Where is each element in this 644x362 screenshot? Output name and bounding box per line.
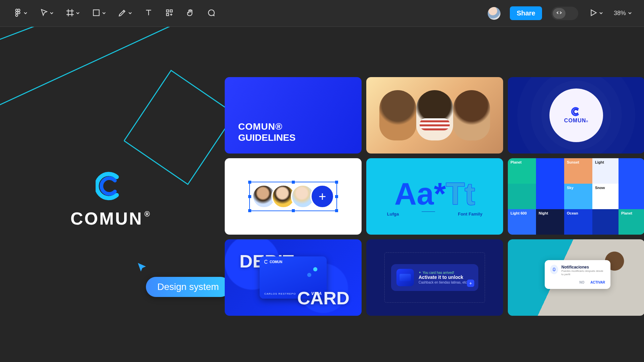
share-button[interactable]: Share	[510, 6, 542, 20]
notif-subtitle: Cashback en tiendas latinas, etc...	[419, 281, 473, 285]
notification-card: You card has arrived! Activate it to unl…	[391, 264, 478, 291]
artboard-logo-mark[interactable]: COMUN®	[508, 77, 644, 154]
chevron-down-icon	[102, 10, 106, 16]
comment-tool-button[interactable]	[205, 7, 217, 20]
guidelines-title: COMUN® GUIDELINES	[238, 121, 296, 143]
artboard-avatar-component[interactable]: +	[225, 158, 362, 235]
svg-line-10	[0, 27, 241, 114]
svg-point-1	[18, 9, 20, 11]
svg-point-4	[16, 14, 18, 16]
artboard-notification-dark[interactable]: You card has arrived! Activate it to unl…	[366, 239, 503, 316]
swatch-blue	[619, 158, 644, 209]
user-avatar[interactable]	[488, 7, 500, 20]
cursor-pointer-icon	[136, 269, 148, 275]
photo-person	[453, 90, 490, 140]
shape-tool-button[interactable]	[91, 7, 107, 20]
svg-rect-7	[170, 10, 172, 12]
swatch-navy	[592, 209, 619, 235]
text-tool-button[interactable]	[143, 7, 154, 20]
notif-plus-button: +	[467, 280, 474, 287]
add-avatar-button: +	[310, 184, 334, 208]
chevron-down-icon	[23, 10, 28, 16]
swatch-light600: Light 600	[508, 209, 536, 235]
brand-logo-frame[interactable]: COMUN®	[70, 171, 151, 229]
chevron-down-icon	[128, 10, 132, 16]
present-button[interactable]	[588, 7, 604, 20]
rectangle-icon	[92, 8, 101, 18]
pen-tool-button[interactable]	[117, 7, 133, 20]
svg-rect-5	[93, 10, 99, 15]
comment-icon	[207, 8, 215, 18]
swatch-blue	[536, 158, 564, 209]
swatch-teal	[508, 184, 536, 209]
dev-mode-toggle[interactable]	[551, 7, 578, 20]
modal-title: Notificaciones	[561, 265, 605, 269]
figma-menu-button[interactable]	[12, 7, 29, 20]
zoom-value: 38%	[614, 10, 626, 17]
chevron-down-icon	[628, 10, 632, 17]
swatch-light: Light	[592, 158, 619, 184]
top-toolbar: Share 38%	[0, 0, 644, 27]
hand-tool-button[interactable]	[184, 7, 196, 20]
logo-disc: COMUN®	[549, 88, 603, 142]
swatch-ocean: Ocean	[564, 209, 592, 235]
artboard-people-photo[interactable]	[366, 77, 503, 154]
bell-icon	[550, 265, 558, 274]
brand-wordmark: COMUN®	[70, 208, 151, 229]
modal-no-button: NO	[579, 281, 584, 284]
frame-icon	[66, 8, 74, 18]
type-caption: Lufga Font Family	[387, 212, 482, 217]
hand-icon	[186, 8, 195, 18]
text-icon	[144, 8, 153, 18]
frame-tool-button[interactable]	[64, 7, 81, 20]
swatch-snow: Snow	[592, 184, 619, 209]
move-tool-button[interactable]	[38, 7, 55, 20]
notif-banner: You card has arrived!	[419, 271, 473, 275]
selection-frame: +	[249, 182, 337, 211]
svg-line-9	[0, 27, 174, 47]
swatch-sunset: Sunset	[564, 158, 592, 184]
cursor-icon	[40, 8, 48, 18]
modal-subtitle: Puedes modificarlo después desde tu perf…	[561, 269, 605, 276]
code-icon	[556, 9, 562, 17]
artboard-color-palette[interactable]: Planet Sunset Light Sky Snow Light 600 N…	[508, 158, 644, 235]
chevron-down-icon	[50, 10, 54, 16]
photo-person	[379, 90, 416, 140]
zoom-dropdown[interactable]: 38%	[614, 10, 632, 17]
artboard-typography[interactable]: Aa*Tt Lufga Font Family	[366, 158, 503, 235]
svg-rect-8	[166, 13, 169, 15]
design-canvas[interactable]: COMUN® Design system COMUN® GUIDELINES	[0, 27, 644, 362]
card-word-card: CARD	[297, 288, 350, 308]
brand-mark-icon	[96, 171, 126, 201]
chevron-down-icon	[76, 10, 80, 16]
artboard-debit-card[interactable]: DEBIT COMUN CARLOS RESTREPO VISA CARD	[225, 239, 362, 316]
brand-mark-icon	[571, 107, 582, 118]
modal-activate-button: ACTIVAR	[590, 281, 605, 284]
figma-logo-icon	[13, 8, 22, 18]
swatch-sky: Sky	[564, 184, 592, 209]
chevron-down-icon	[599, 10, 603, 16]
dashed-container: You card has arrived! Activate it to unl…	[384, 252, 485, 303]
artboard-grid: COMUN® GUIDELINES COMUN®	[225, 77, 644, 316]
collaborator-cursor: Design system	[136, 261, 230, 297]
card-thumb-icon	[396, 269, 414, 286]
artboard-notification-lifestyle[interactable]: Notificaciones Puedes modificarlo despué…	[508, 239, 644, 316]
resources-tool-button[interactable]	[164, 7, 175, 20]
artboard-guidelines[interactable]: COMUN® GUIDELINES	[225, 77, 362, 154]
logo-wordmark: COMUN®	[564, 118, 588, 124]
components-icon	[165, 8, 174, 18]
svg-point-3	[18, 11, 20, 14]
type-sample: Aa*Tt	[394, 176, 475, 212]
permission-modal: Notificaciones Puedes modificarlo despué…	[545, 260, 610, 289]
collaborator-label: Design system	[146, 277, 230, 297]
play-icon	[589, 8, 598, 18]
swatch-night: Night	[536, 209, 564, 235]
pen-icon	[118, 8, 127, 18]
swatch-planet: Planet	[619, 209, 644, 235]
svg-rect-6	[166, 10, 169, 12]
photo-person	[416, 90, 453, 140]
swatch-planet: Planet	[508, 158, 536, 184]
notif-title: Activate it to unlock	[419, 275, 473, 280]
